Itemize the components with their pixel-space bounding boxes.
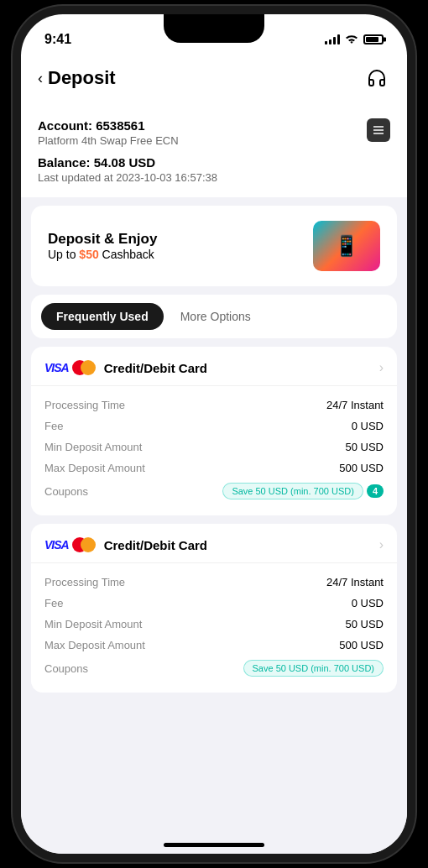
coupon-badge-2: Save 50 USD (min. 700 USD) bbox=[243, 660, 384, 677]
wifi-icon bbox=[345, 34, 358, 46]
coupons-label: Coupons bbox=[44, 485, 88, 498]
max-deposit-row-2: Max Deposit Amount 500 USD bbox=[44, 635, 384, 656]
card-icons-1: VISA bbox=[44, 360, 96, 375]
coupons-row-2: Coupons Save 50 USD (min. 700 USD) bbox=[44, 656, 384, 681]
fee-label-2: Fee bbox=[44, 597, 63, 609]
coupon-container-1[interactable]: Save 50 USD (min. 700 USD) 4 bbox=[222, 483, 384, 499]
status-icons bbox=[325, 34, 384, 46]
coupon-container-2[interactable]: Save 50 USD (min. 700 USD) bbox=[243, 660, 384, 677]
coupon-count-1: 4 bbox=[367, 484, 384, 498]
promo-subtitle: Up to $50 Cashback bbox=[48, 248, 157, 261]
min-deposit-value-1: 50 USD bbox=[345, 441, 384, 453]
payment-name-2: Credit/Debit Card bbox=[104, 538, 207, 552]
payment-name-1: Credit/Debit Card bbox=[104, 361, 207, 375]
home-indicator bbox=[164, 843, 264, 847]
max-deposit-label-2: Max Deposit Amount bbox=[44, 639, 145, 651]
support-button[interactable] bbox=[363, 65, 390, 92]
min-deposit-row-2: Min Deposit Amount 50 USD bbox=[44, 614, 384, 635]
processing-time-value-1: 24/7 Instant bbox=[326, 399, 384, 411]
status-time: 9:41 bbox=[44, 32, 71, 47]
payment-header-1[interactable]: VISA Credit/Debit Card › bbox=[31, 347, 397, 386]
account-last-updated: Last updated at 2023-10-03 16:57:38 bbox=[38, 171, 390, 184]
payment-info-2: VISA Credit/Debit Card bbox=[44, 537, 207, 552]
max-deposit-row-1: Max Deposit Amount 500 USD bbox=[44, 458, 384, 478]
visa-logo-2: VISA bbox=[44, 538, 69, 552]
fee-row-2: Fee 0 USD bbox=[44, 593, 384, 614]
coupon-badge-1: Save 50 USD (min. 700 USD) bbox=[222, 483, 363, 499]
battery-icon bbox=[363, 34, 384, 44]
page-header: ‹ Deposit bbox=[21, 55, 407, 105]
payment-details-2: Processing Time 24/7 Instant Fee 0 USD M… bbox=[31, 563, 397, 693]
mastercard-logo-2 bbox=[72, 537, 96, 552]
fee-label: Fee bbox=[44, 420, 63, 432]
promo-image: 📱 bbox=[313, 221, 380, 271]
chevron-right-icon-2: › bbox=[379, 537, 384, 552]
visa-logo-1: VISA bbox=[44, 361, 69, 374]
account-switch-button[interactable] bbox=[367, 118, 390, 142]
min-deposit-label-2: Min Deposit Amount bbox=[44, 618, 142, 630]
signal-icon bbox=[325, 34, 340, 44]
max-deposit-value-2: 500 USD bbox=[339, 639, 384, 651]
notch bbox=[164, 14, 264, 43]
fee-value-1: 0 USD bbox=[352, 420, 384, 432]
mastercard-logo-1 bbox=[72, 360, 96, 375]
promo-text: Deposit & Enjoy Up to $50 Cashback bbox=[48, 231, 157, 261]
promo-banner: Deposit & Enjoy Up to $50 Cashback 📱 bbox=[31, 206, 397, 286]
fee-value-2: 0 USD bbox=[352, 597, 384, 609]
account-platform: Platform 4th Swap Free ECN bbox=[38, 134, 390, 147]
account-number: Account: 6538561 bbox=[38, 118, 390, 133]
payment-tabs: Frequently Used More Options bbox=[31, 295, 397, 338]
processing-time-value-2: 24/7 Instant bbox=[326, 576, 384, 588]
max-deposit-value-1: 500 USD bbox=[339, 462, 384, 474]
processing-time-row-1: Processing Time 24/7 Instant bbox=[44, 395, 384, 416]
chevron-right-icon-1: › bbox=[379, 360, 384, 375]
content-area: ‹ Deposit Account: 6538561 bbox=[21, 55, 407, 854]
min-deposit-label: Min Deposit Amount bbox=[44, 441, 142, 453]
account-balance: Balance: 54.08 USD bbox=[38, 155, 390, 170]
header-left: ‹ Deposit bbox=[38, 67, 116, 89]
coupons-row-1: Coupons Save 50 USD (min. 700 USD) 4 bbox=[44, 478, 384, 504]
promo-highlight: $50 bbox=[79, 248, 98, 261]
coupons-label-2: Coupons bbox=[44, 662, 88, 675]
payment-card-1: VISA Credit/Debit Card › Processing Time… bbox=[31, 347, 397, 515]
processing-time-row-2: Processing Time 24/7 Instant bbox=[44, 572, 384, 593]
processing-time-label-2: Processing Time bbox=[44, 576, 125, 588]
back-button[interactable]: ‹ bbox=[38, 70, 43, 87]
processing-time-label: Processing Time bbox=[44, 399, 125, 411]
fee-row-1: Fee 0 USD bbox=[44, 416, 384, 437]
min-deposit-value-2: 50 USD bbox=[345, 618, 384, 630]
min-deposit-row-1: Min Deposit Amount 50 USD bbox=[44, 437, 384, 458]
payment-info-1: VISA Credit/Debit Card bbox=[44, 360, 207, 375]
max-deposit-label: Max Deposit Amount bbox=[44, 462, 145, 474]
payment-card-2: VISA Credit/Debit Card › Processing Time… bbox=[31, 524, 397, 693]
tab-frequently-used[interactable]: Frequently Used bbox=[41, 303, 164, 330]
account-card: Account: 6538561 Platform 4th Swap Free … bbox=[21, 105, 407, 197]
card-icons-2: VISA bbox=[44, 537, 96, 552]
page-title: Deposit bbox=[48, 67, 116, 89]
payment-header-2[interactable]: VISA Credit/Debit Card › bbox=[31, 524, 397, 563]
payment-details-1: Processing Time 24/7 Instant Fee 0 USD M… bbox=[31, 386, 397, 515]
promo-title: Deposit & Enjoy bbox=[48, 231, 157, 248]
tab-more-options[interactable]: More Options bbox=[170, 303, 261, 330]
